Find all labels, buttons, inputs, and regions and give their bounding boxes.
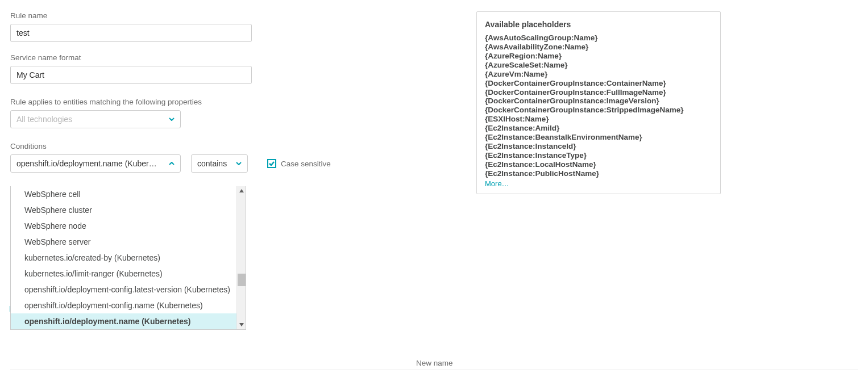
scroll-up-arrow-icon[interactable]	[237, 186, 246, 195]
placeholder-item: {AwsAutoScalingGroup:Name}	[485, 33, 712, 43]
placeholder-item: {Ec2Instance:LocalHostName}	[485, 160, 712, 169]
scroll-down-arrow-icon[interactable]	[237, 320, 246, 329]
condition-property-dropdown: WebSphere cellWebSphere clusterWebSphere…	[10, 186, 246, 330]
service-name-format-input[interactable]	[10, 66, 252, 84]
case-sensitive-label: Case sensitive	[281, 160, 331, 168]
technologies-placeholder: All technologies	[16, 115, 72, 124]
placeholders-panel: Available placeholders {AwsAutoScalingGr…	[476, 11, 721, 194]
rule-applies-label: Rule applies to entities matching the fo…	[10, 98, 476, 106]
placeholder-item: {Ec2Instance:BeanstalkEnvironmentName}	[485, 133, 712, 142]
case-sensitive-checkbox[interactable]	[267, 159, 276, 168]
condition-property-value: openshift.io/deployment.name (Kuber…	[16, 159, 157, 168]
dropdown-item[interactable]: kubernetes.io/limit-ranger (Kubernetes)	[11, 266, 236, 282]
placeholder-item: {Ec2Instance:InstanceType}	[485, 151, 712, 160]
placeholder-item: {AzureScaleSet:Name}	[485, 61, 712, 70]
placeholder-item: {DockerContainerGroupInstance:ContainerN…	[485, 79, 712, 88]
dropdown-item[interactable]: openshift.io/deployment-config.latest-ve…	[11, 282, 236, 297]
placeholder-item: {DockerContainerGroupInstance:FullImageN…	[485, 88, 712, 97]
placeholders-title: Available placeholders	[485, 20, 712, 29]
placeholder-item: {DockerContainerGroupInstance:ImageVersi…	[485, 97, 712, 106]
dropdown-item[interactable]: kubernetes.io/created-by (Kubernetes)	[11, 250, 236, 266]
placeholder-item: {Ec2Instance:PublicHostName}	[485, 169, 712, 178]
condition-operator-value: contains	[197, 159, 227, 168]
condition-operator-select[interactable]: contains	[191, 154, 248, 173]
technologies-select[interactable]: All technologies	[10, 110, 181, 128]
dropdown-item[interactable]: WebSphere server	[11, 234, 236, 250]
rule-name-label: Rule name	[10, 11, 476, 20]
placeholder-item: {Ec2Instance:AmiId}	[485, 124, 712, 133]
placeholder-item: {Ec2Instance:InstanceId}	[485, 142, 712, 151]
dropdown-item[interactable]: openshift.io/deployment-config.name (Kub…	[11, 297, 236, 313]
service-name-format-label: Service name format	[10, 53, 476, 62]
chevron-down-icon	[169, 116, 175, 122]
dropdown-item[interactable]: WebSphere cluster	[11, 202, 236, 218]
conditions-label: Conditions	[10, 142, 476, 150]
svg-marker-0	[239, 189, 244, 192]
placeholder-item: {AzureVm:Name}	[485, 70, 712, 79]
condition-property-select[interactable]: openshift.io/deployment.name (Kuber…	[10, 154, 181, 173]
dropdown-item[interactable]: WebSphere cell	[11, 186, 236, 202]
dropdown-item[interactable]: WebSphere node	[11, 218, 236, 234]
new-name-header: New name	[416, 359, 453, 367]
placeholder-item: {AwsAvailabilityZone:Name}	[485, 43, 712, 52]
placeholder-item: {ESXIHost:Name}	[485, 115, 712, 124]
chevron-down-icon	[236, 161, 242, 166]
more-link[interactable]: More…	[485, 179, 509, 188]
chevron-up-icon	[169, 161, 175, 166]
scrollbar[interactable]	[236, 186, 246, 329]
dropdown-item[interactable]: openshift.io/deployment.name (Kubernetes…	[11, 313, 236, 329]
rule-name-input[interactable]	[10, 24, 252, 42]
svg-marker-1	[239, 323, 244, 326]
placeholder-item: {AzureRegion:Name}	[485, 52, 712, 61]
scroll-thumb[interactable]	[238, 274, 246, 286]
placeholder-item: {DockerContainerGroupInstance:StrippedIm…	[485, 106, 712, 115]
